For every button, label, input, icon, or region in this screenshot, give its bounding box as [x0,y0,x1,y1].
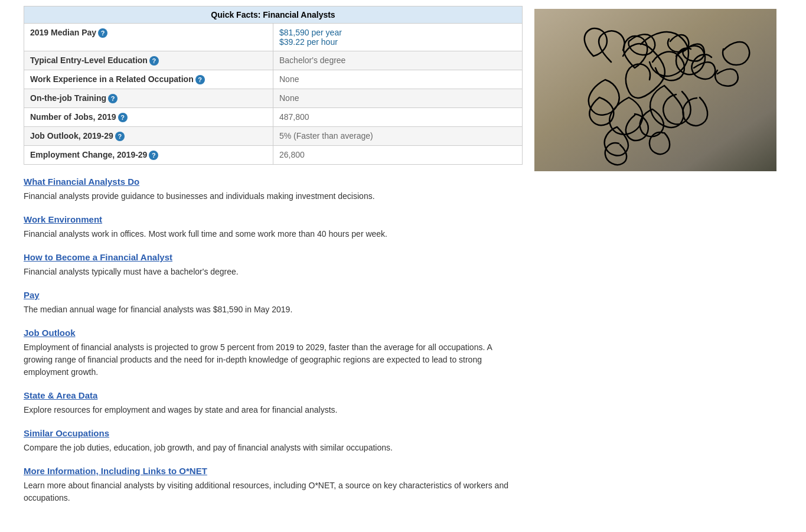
pay-link[interactable]: Pay [24,290,40,300]
info-icon[interactable]: ? [98,28,107,38]
table-title: Quick Facts: Financial Analysts [24,6,523,24]
quick-facts-table: Quick Facts: Financial Analysts 2019 Med… [24,6,523,165]
job-outlook-description: Employment of financial analysts is proj… [24,341,523,378]
section-work-environment: Work EnvironmentFinancial analysts work … [24,214,523,240]
scribble-overlay [534,9,776,171]
table-row-value: None [273,89,523,108]
job-outlook-link[interactable]: Job Outlook [24,328,76,338]
value-line1: Bachelor's degree [279,56,345,65]
info-icon[interactable]: ? [115,132,125,141]
state-area-data-description: Explore resources for employment and wag… [24,404,523,416]
more-information-description: Learn more about financial analysts by v… [24,479,523,504]
sections-container: What Financial Analysts DoFinancial anal… [24,177,523,504]
table-row-value: None [273,70,523,89]
table-row-label: Employment Change, 2019-29? [24,146,273,165]
table-row-label: Work Experience in a Related Occupation? [24,70,273,89]
sidebar [534,6,782,516]
info-icon[interactable]: ? [149,151,158,160]
table-row-label: Job Outlook, 2019-29? [24,127,273,146]
table-row-value: $81,590 per year$39.22 per hour [273,24,523,51]
main-content: Quick Facts: Financial Analysts 2019 Med… [24,6,523,516]
value-line1: None [279,93,299,103]
table-row-label: 2019 Median Pay? [24,24,273,51]
value-line1: 26,800 [279,150,305,159]
section-job-outlook: Job OutlookEmployment of financial analy… [24,328,523,378]
work-environment-link[interactable]: Work Environment [24,214,102,224]
value-line1: 5% (Faster than average) [279,131,373,141]
what-financial-analysts-do-link[interactable]: What Financial Analysts Do [24,177,139,187]
what-financial-analysts-do-description: Financial analysts provide guidance to b… [24,190,523,203]
section-pay: PayThe median annual wage for financial … [24,290,523,316]
info-icon[interactable]: ? [118,113,128,122]
page-wrapper: Quick Facts: Financial Analysts 2019 Med… [0,0,806,522]
value-line1: None [279,74,299,84]
table-row-label: Typical Entry-Level Education? [24,51,273,70]
how-to-become-link[interactable]: How to Become a Financial Analyst [24,252,172,262]
section-state-area-data: State & Area DataExplore resources for e… [24,390,523,416]
pay-description: The median annual wage for financial ana… [24,303,523,316]
info-icon[interactable]: ? [108,94,118,103]
similar-occupations-link[interactable]: Similar Occupations [24,428,109,438]
value-line2: $39.22 per hour [279,37,338,47]
state-area-data-link[interactable]: State & Area Data [24,390,97,400]
work-environment-description: Financial analysts work in offices. Most… [24,228,523,240]
info-icon[interactable]: ? [195,75,205,84]
table-row-value: Bachelor's degree [273,51,523,70]
sidebar-image [534,9,776,171]
table-row-value: 5% (Faster than average) [273,127,523,146]
table-row-value: 487,800 [273,108,523,127]
section-what-financial-analysts-do: What Financial Analysts DoFinancial anal… [24,177,523,203]
info-icon[interactable]: ? [149,56,159,66]
value-line1: $81,590 per year [279,28,342,37]
section-similar-occupations: Similar OccupationsCompare the job dutie… [24,428,523,454]
table-row-value: 26,800 [273,146,523,165]
svg-rect-1 [534,9,776,171]
similar-occupations-description: Compare the job duties, education, job g… [24,442,523,454]
table-row-label: On-the-job Training? [24,89,273,108]
value-line1: 487,800 [279,112,309,122]
more-information-link[interactable]: More Information, Including Links to O*N… [24,466,207,476]
how-to-become-description: Financial analysts typically must have a… [24,266,523,278]
section-how-to-become: How to Become a Financial AnalystFinanci… [24,252,523,278]
section-more-information: More Information, Including Links to O*N… [24,466,523,504]
table-row-label: Number of Jobs, 2019? [24,108,273,127]
